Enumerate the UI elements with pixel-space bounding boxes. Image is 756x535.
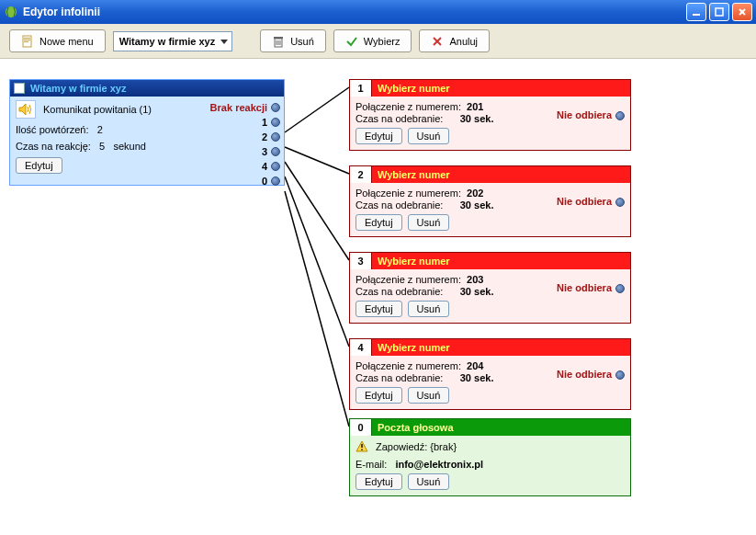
card-title: Poczta głosowa: [372, 419, 630, 436]
svg-rect-1: [693, 14, 700, 16]
port-dot[interactable]: [271, 162, 280, 171]
reaction-label: Czas na reakcję:: [16, 141, 91, 152]
card-title: Wybierz numer: [372, 339, 630, 356]
card-port-dot[interactable]: [615, 370, 625, 380]
conn-label: Połączenie z numerem:: [355, 188, 461, 199]
port-dot[interactable]: [271, 147, 280, 156]
new-file-icon: [21, 35, 34, 48]
window-maximize-button[interactable]: [709, 3, 729, 21]
no-reaction-label: Brak reakcji: [210, 102, 267, 113]
time-label: Czas na odebranie:: [355, 372, 443, 383]
port-dot[interactable]: [271, 176, 280, 186]
card-title: Wybierz numer: [372, 80, 630, 97]
svg-rect-22: [361, 450, 362, 450]
workspace: Witamy w firmie xyz Komunikat powitania …: [0, 59, 756, 535]
time-value: 30 sek.: [460, 372, 494, 383]
menu-select-value: Witamy w firmie xyz: [119, 36, 215, 47]
time-label: Czas na odebranie:: [355, 286, 443, 297]
target-card-1: 1 Wybierz numer Połączenie z numerem: 20…: [349, 79, 631, 151]
window-minimize-button[interactable]: [686, 3, 706, 21]
delete-button[interactable]: Usuń: [260, 29, 326, 52]
card-status: Nie odbiera: [557, 282, 612, 293]
conn-label: Połączenie z numerem:: [355, 274, 461, 285]
port-list: Brak reakcji 1 2 3 4 0: [210, 100, 280, 188]
reaction-value: 5: [99, 141, 105, 152]
port-number: 1: [262, 117, 267, 128]
time-value: 30 sek.: [460, 199, 494, 211]
card-delete-button[interactable]: Usuń: [408, 387, 450, 404]
card-number: 2: [350, 166, 372, 183]
card-delete-button[interactable]: Usuń: [408, 301, 450, 317]
email-label: E-mail:: [355, 459, 387, 470]
time-value: 30 sek.: [460, 113, 494, 124]
card-title: Wybierz numer: [372, 253, 630, 269]
conn-label: Połączenie z numerem:: [355, 360, 461, 371]
window-title: Edytor infolinii: [23, 6, 100, 18]
greeting-title: Witamy w firmie xyz: [30, 83, 126, 94]
port-number: 4: [262, 161, 267, 172]
port-number: 3: [262, 146, 267, 157]
card-delete-button[interactable]: Usuń: [408, 214, 450, 231]
card-status: Nie odbiera: [557, 369, 612, 380]
svg-line-19: [285, 176, 349, 347]
card-status: Nie odbiera: [557, 109, 612, 120]
greeting-edit-button[interactable]: Edytuj: [16, 157, 62, 174]
card-edit-button[interactable]: Edytuj: [355, 128, 402, 144]
card-title: Wybierz numer: [372, 166, 630, 183]
card-edit-button[interactable]: Edytuj: [355, 214, 402, 231]
x-icon: [431, 35, 444, 48]
new-menu-label: Nowe menu: [39, 36, 94, 47]
card-number: 4: [350, 339, 372, 356]
card-number: 0: [350, 419, 372, 436]
select-button[interactable]: Wybierz: [333, 29, 412, 52]
speaker-icon[interactable]: [16, 100, 36, 119]
voicemail-delete-button[interactable]: Usuń: [408, 473, 450, 490]
repeat-value: 2: [97, 124, 103, 135]
toolbar: Nowe menu Witamy w firmie xyz Usuń Wybie…: [0, 24, 756, 59]
card-status: Nie odbiera: [557, 196, 612, 207]
card-port-dot[interactable]: [615, 111, 625, 120]
conn-value: 203: [467, 274, 483, 285]
repeat-label: Ilość powtórzeń:: [16, 124, 88, 135]
svg-line-20: [285, 191, 349, 427]
check-icon: [345, 35, 358, 48]
window-close-button[interactable]: [732, 3, 752, 21]
new-menu-button[interactable]: Nowe menu: [9, 29, 106, 52]
card-port-dot[interactable]: [615, 284, 625, 293]
time-label: Czas na odebranie:: [355, 199, 443, 211]
card-delete-button[interactable]: Usuń: [408, 128, 450, 144]
card-number: 1: [350, 80, 372, 97]
svg-rect-8: [24, 41, 28, 42]
announce-label: Zapowiedź: {brak}: [376, 441, 457, 452]
menu-select-dropdown[interactable]: Witamy w firmie xyz: [113, 31, 232, 51]
conn-label: Połączenie z numerem:: [355, 101, 461, 112]
email-value: info@elektronix.pl: [395, 459, 483, 470]
svg-line-18: [285, 162, 349, 260]
card-edit-button[interactable]: Edytuj: [355, 387, 402, 404]
delete-label: Usuń: [290, 36, 314, 47]
greeting-header: Witamy w firmie xyz: [10, 80, 284, 97]
port-number: 2: [262, 131, 267, 142]
svg-rect-6: [24, 38, 30, 39]
card-port-dot[interactable]: [615, 198, 625, 207]
reaction-unit: sekund: [113, 141, 145, 152]
cancel-label: Anuluj: [449, 36, 478, 47]
port-dot[interactable]: [271, 132, 280, 142]
greeting-panel: Witamy w firmie xyz Komunikat powitania …: [9, 79, 285, 186]
greeting-label: Komunikat powitania (1): [43, 104, 152, 115]
trash-icon: [272, 35, 285, 48]
target-card-4: 4 Wybierz numer Połączenie z numerem: 20…: [349, 338, 631, 410]
port-dot[interactable]: [271, 118, 280, 127]
card-edit-button[interactable]: Edytuj: [355, 301, 402, 317]
voicemail-edit-button[interactable]: Edytuj: [355, 473, 402, 490]
voicemail-card: 0 Poczta głosowa Zapowiedź: {brak} E-mai…: [349, 418, 631, 496]
port-dot[interactable]: [271, 103, 280, 112]
window-titlebar: Edytor infolinii: [0, 0, 756, 24]
port-number: 0: [262, 176, 267, 187]
greeting-header-box: [14, 83, 25, 94]
conn-value: 204: [467, 360, 483, 371]
warning-icon: [355, 440, 368, 453]
conn-value: 201: [467, 101, 483, 112]
svg-line-17: [285, 147, 349, 174]
cancel-button[interactable]: Anuluj: [419, 29, 490, 52]
